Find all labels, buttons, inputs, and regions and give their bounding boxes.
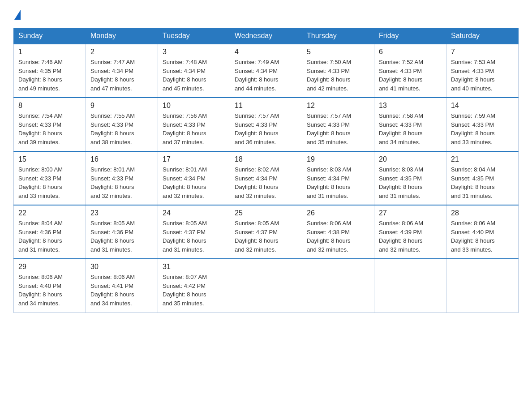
calendar-header: SundayMondayTuesdayWednesdayThursdayFrid… xyxy=(14,28,519,44)
day-number: 20 xyxy=(379,155,442,163)
day-info: Sunrise: 7:57 AMSunset: 4:33 PMDaylight:… xyxy=(235,111,297,146)
calendar-cell: 6Sunrise: 7:52 AMSunset: 4:33 PMDaylight… xyxy=(374,44,446,98)
day-info: Sunrise: 8:00 AMSunset: 4:33 PMDaylight:… xyxy=(18,165,81,200)
calendar-cell: 12Sunrise: 7:57 AMSunset: 4:33 PMDayligh… xyxy=(302,98,374,151)
calendar-cell xyxy=(446,259,519,313)
calendar-cell: 13Sunrise: 7:58 AMSunset: 4:33 PMDayligh… xyxy=(374,98,446,151)
day-info: Sunrise: 7:53 AMSunset: 4:33 PMDaylight:… xyxy=(451,58,514,93)
calendar-week-row: 22Sunrise: 8:04 AMSunset: 4:36 PMDayligh… xyxy=(14,205,519,259)
day-number: 19 xyxy=(307,155,369,163)
calendar-cell: 21Sunrise: 8:04 AMSunset: 4:35 PMDayligh… xyxy=(446,151,519,205)
calendar-cell xyxy=(230,259,302,313)
logo-text xyxy=(13,9,21,20)
day-info: Sunrise: 8:05 AMSunset: 4:37 PMDaylight:… xyxy=(235,219,297,254)
day-info: Sunrise: 7:55 AMSunset: 4:33 PMDaylight:… xyxy=(90,111,153,146)
calendar-cell: 7Sunrise: 7:53 AMSunset: 4:33 PMDaylight… xyxy=(446,44,519,98)
day-number: 10 xyxy=(163,102,225,110)
day-number: 23 xyxy=(90,209,153,217)
day-number: 31 xyxy=(163,263,225,271)
day-info: Sunrise: 8:05 AMSunset: 4:37 PMDaylight:… xyxy=(163,219,225,254)
day-number: 9 xyxy=(90,102,153,110)
day-number: 24 xyxy=(163,209,225,217)
calendar-cell: 9Sunrise: 7:55 AMSunset: 4:33 PMDaylight… xyxy=(86,98,158,151)
calendar-week-row: 15Sunrise: 8:00 AMSunset: 4:33 PMDayligh… xyxy=(14,151,519,205)
day-info: Sunrise: 7:54 AMSunset: 4:33 PMDaylight:… xyxy=(18,111,81,146)
weekday-row: SundayMondayTuesdayWednesdayThursdayFrid… xyxy=(14,28,519,44)
day-info: Sunrise: 7:52 AMSunset: 4:33 PMDaylight:… xyxy=(379,58,442,93)
day-number: 8 xyxy=(18,102,81,110)
calendar-cell: 24Sunrise: 8:05 AMSunset: 4:37 PMDayligh… xyxy=(158,205,230,259)
calendar-cell: 8Sunrise: 7:54 AMSunset: 4:33 PMDaylight… xyxy=(14,98,86,151)
day-number: 28 xyxy=(451,209,514,217)
calendar-cell: 10Sunrise: 7:56 AMSunset: 4:33 PMDayligh… xyxy=(158,98,230,151)
day-info: Sunrise: 7:49 AMSunset: 4:34 PMDaylight:… xyxy=(235,58,297,93)
day-number: 12 xyxy=(307,102,369,110)
calendar-cell: 20Sunrise: 8:03 AMSunset: 4:35 PMDayligh… xyxy=(374,151,446,205)
day-info: Sunrise: 8:06 AMSunset: 4:40 PMDaylight:… xyxy=(451,219,514,254)
calendar-cell: 29Sunrise: 8:06 AMSunset: 4:40 PMDayligh… xyxy=(14,259,86,313)
day-number: 3 xyxy=(163,48,225,56)
day-info: Sunrise: 7:48 AMSunset: 4:34 PMDaylight:… xyxy=(163,58,225,93)
day-number: 29 xyxy=(18,263,81,271)
day-number: 6 xyxy=(379,48,442,56)
calendar-cell: 14Sunrise: 7:59 AMSunset: 4:33 PMDayligh… xyxy=(446,98,519,151)
calendar-cell: 15Sunrise: 8:00 AMSunset: 4:33 PMDayligh… xyxy=(14,151,86,205)
calendar-cell: 16Sunrise: 8:01 AMSunset: 4:33 PMDayligh… xyxy=(86,151,158,205)
calendar-cell: 23Sunrise: 8:05 AMSunset: 4:36 PMDayligh… xyxy=(86,205,158,259)
day-number: 5 xyxy=(307,48,369,56)
calendar-cell: 25Sunrise: 8:05 AMSunset: 4:37 PMDayligh… xyxy=(230,205,302,259)
day-number: 26 xyxy=(307,209,369,217)
day-number: 18 xyxy=(235,155,297,163)
day-info: Sunrise: 8:06 AMSunset: 4:38 PMDaylight:… xyxy=(307,219,369,254)
calendar-week-row: 8Sunrise: 7:54 AMSunset: 4:33 PMDaylight… xyxy=(14,98,519,151)
day-number: 13 xyxy=(379,102,442,110)
day-number: 21 xyxy=(451,155,514,163)
weekday-header-thursday: Thursday xyxy=(302,28,374,44)
day-number: 2 xyxy=(90,48,153,56)
day-info: Sunrise: 7:57 AMSunset: 4:33 PMDaylight:… xyxy=(307,111,369,146)
day-info: Sunrise: 7:47 AMSunset: 4:34 PMDaylight:… xyxy=(90,58,153,93)
calendar-cell xyxy=(374,259,446,313)
day-info: Sunrise: 7:46 AMSunset: 4:35 PMDaylight:… xyxy=(18,58,81,93)
calendar-cell: 1Sunrise: 7:46 AMSunset: 4:35 PMDaylight… xyxy=(14,44,86,98)
day-info: Sunrise: 8:05 AMSunset: 4:36 PMDaylight:… xyxy=(90,219,153,254)
calendar-cell: 17Sunrise: 8:01 AMSunset: 4:34 PMDayligh… xyxy=(158,151,230,205)
weekday-header-wednesday: Wednesday xyxy=(230,28,302,44)
calendar-cell: 2Sunrise: 7:47 AMSunset: 4:34 PMDaylight… xyxy=(86,44,158,98)
calendar-cell: 26Sunrise: 8:06 AMSunset: 4:38 PMDayligh… xyxy=(302,205,374,259)
day-number: 30 xyxy=(90,263,153,271)
weekday-header-tuesday: Tuesday xyxy=(158,28,230,44)
calendar-cell: 28Sunrise: 8:06 AMSunset: 4:40 PMDayligh… xyxy=(446,205,519,259)
day-info: Sunrise: 8:06 AMSunset: 4:40 PMDaylight:… xyxy=(18,273,81,308)
calendar-week-row: 29Sunrise: 8:06 AMSunset: 4:40 PMDayligh… xyxy=(14,259,519,313)
day-info: Sunrise: 7:59 AMSunset: 4:33 PMDaylight:… xyxy=(451,111,514,146)
day-number: 7 xyxy=(451,48,514,56)
calendar-cell: 3Sunrise: 7:48 AMSunset: 4:34 PMDaylight… xyxy=(158,44,230,98)
day-number: 17 xyxy=(163,155,225,163)
day-number: 11 xyxy=(235,102,297,110)
calendar-cell: 22Sunrise: 8:04 AMSunset: 4:36 PMDayligh… xyxy=(14,205,86,259)
calendar-cell: 5Sunrise: 7:50 AMSunset: 4:33 PMDaylight… xyxy=(302,44,374,98)
weekday-header-monday: Monday xyxy=(86,28,158,44)
calendar-week-row: 1Sunrise: 7:46 AMSunset: 4:35 PMDaylight… xyxy=(14,44,519,98)
day-info: Sunrise: 8:06 AMSunset: 4:41 PMDaylight:… xyxy=(90,273,153,308)
day-info: Sunrise: 8:01 AMSunset: 4:34 PMDaylight:… xyxy=(163,165,225,200)
day-info: Sunrise: 8:03 AMSunset: 4:35 PMDaylight:… xyxy=(379,165,442,200)
page-header xyxy=(13,9,519,19)
calendar-cell: 18Sunrise: 8:02 AMSunset: 4:34 PMDayligh… xyxy=(230,151,302,205)
day-number: 14 xyxy=(451,102,514,110)
day-number: 27 xyxy=(379,209,442,217)
day-info: Sunrise: 8:03 AMSunset: 4:34 PMDaylight:… xyxy=(307,165,369,200)
day-info: Sunrise: 8:04 AMSunset: 4:36 PMDaylight:… xyxy=(18,219,81,254)
weekday-header-saturday: Saturday xyxy=(446,28,519,44)
day-info: Sunrise: 8:06 AMSunset: 4:39 PMDaylight:… xyxy=(379,219,442,254)
day-info: Sunrise: 7:56 AMSunset: 4:33 PMDaylight:… xyxy=(163,111,225,146)
day-info: Sunrise: 7:50 AMSunset: 4:33 PMDaylight:… xyxy=(307,58,369,93)
calendar-cell: 11Sunrise: 7:57 AMSunset: 4:33 PMDayligh… xyxy=(230,98,302,151)
day-info: Sunrise: 7:58 AMSunset: 4:33 PMDaylight:… xyxy=(379,111,442,146)
logo xyxy=(13,9,21,19)
weekday-header-sunday: Sunday xyxy=(14,28,86,44)
day-number: 25 xyxy=(235,209,297,217)
day-info: Sunrise: 8:04 AMSunset: 4:35 PMDaylight:… xyxy=(451,165,514,200)
day-info: Sunrise: 8:02 AMSunset: 4:34 PMDaylight:… xyxy=(235,165,297,200)
